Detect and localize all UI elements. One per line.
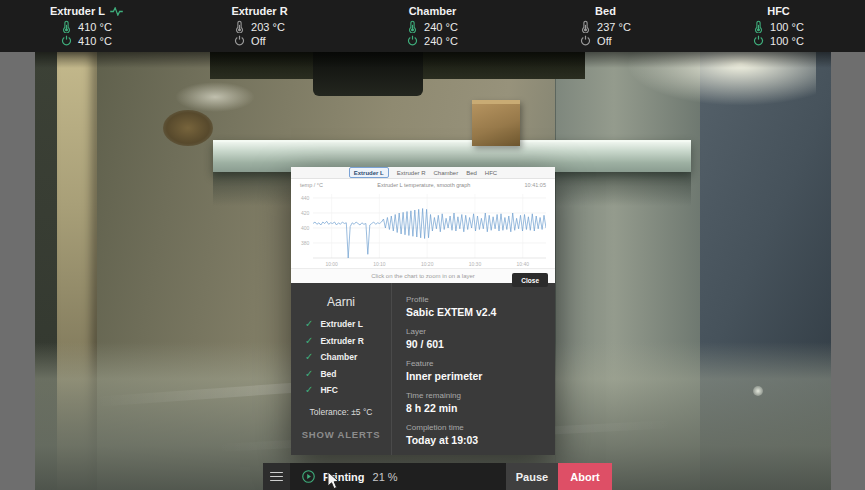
temperature-chart[interactable]: temp / °C Extruder L temperature, smooth… [291,179,555,268]
thermometer-icon [580,20,591,33]
svg-text:400: 400 [301,225,310,231]
tab-hfc[interactable]: HFC [485,170,497,176]
checklist-item: ✓Extruder R [305,336,377,346]
target-temp: 240 °C [424,35,458,47]
job-field-completion-time: Completion time Today at 19:03 [406,423,555,446]
svg-text:440: 440 [301,195,310,201]
svg-text:10:00: 10:00 [325,261,338,267]
status-group-title: HFC [767,5,790,17]
chart-timestamp: 10:41:05 [525,182,546,188]
camera-top-shade [35,52,831,68]
target-temp: Off [251,35,265,47]
chart-plot[interactable]: 44042040038010:0010:1010:2010:3010:40 [300,190,546,268]
thermometer-icon [753,20,764,33]
current-temp: 410 °C [78,21,112,33]
chart-title: Extruder L temperature, smooth graph [377,182,470,188]
current-temp: 100 °C [770,21,804,33]
chart-footer: Click on the chart to zoom in on a layer… [291,268,555,283]
show-alerts-button[interactable]: SHOW ALERTS [302,429,381,440]
tab-extruder-l[interactable]: Extruder L [349,167,389,178]
current-temp: 240 °C [424,21,458,33]
camera-reflection-spot [753,386,763,396]
tab-chamber[interactable]: Chamber [433,170,458,176]
target-temp: 100 °C [770,35,804,47]
job-field-profile: Profile Sabic EXTEM v2.4 [406,295,555,318]
svg-text:420: 420 [301,210,310,216]
status-group-extruder-r: Extruder R 203 °C Off [173,0,346,52]
target-temp: Off [597,35,611,47]
svg-text:10:40: 10:40 [516,261,529,267]
power-icon [61,34,72,47]
status-group-title: Extruder R [231,5,287,17]
print-status-panel: Extruder L Extruder R Chamber Bed HFC te… [291,167,555,455]
power-icon [753,34,764,47]
check-icon: ✓ [305,385,313,395]
check-icon: ✓ [305,336,313,346]
svg-text:10:10: 10:10 [373,261,386,267]
play-circle-icon [302,470,315,483]
status-group-hfc: HFC 100 °C 100 °C [692,0,865,52]
svg-text:380: 380 [301,240,310,246]
job-info-section: Aarni ✓Extruder L ✓Extruder R ✓Chamber ✓… [291,283,555,455]
power-icon [407,34,418,47]
chart-tab-bar: Extruder L Extruder R Chamber Bed HFC [291,167,555,179]
menu-button[interactable] [263,463,290,490]
print-progress: 21 % [373,471,398,483]
activity-pulse-icon [110,7,123,16]
chart-y-axis-label: temp / °C [300,182,323,188]
current-temp: 237 °C [597,21,631,33]
abort-button[interactable]: Abort [558,463,612,490]
checklist-item: ✓Bed [305,369,377,379]
check-icon: ✓ [305,319,313,329]
power-icon [234,34,245,47]
current-temp: 203 °C [251,21,285,33]
svg-text:10:30: 10:30 [469,261,482,267]
close-button[interactable]: Close [512,273,548,287]
job-field-layer: Layer 90 / 601 [406,327,555,350]
temperature-status-bar: Extruder L 410 °C 410 °C Extruder R 203 … [0,0,865,52]
tab-extruder-r[interactable]: Extruder R [397,170,426,176]
thermometer-icon [234,20,245,33]
camera-chamber-light [175,82,255,112]
thermometer-icon [61,20,72,33]
tolerance-note: Tolerance: ±5 °C [310,407,373,417]
printer-monitor-screen: Extruder L 410 °C 410 °C Extruder R 203 … [0,0,865,490]
target-temp: 410 °C [78,35,112,47]
mouse-cursor [327,471,340,490]
power-icon [580,34,591,47]
checklist-item: ✓HFC [305,385,377,395]
status-group-title: Bed [595,5,616,17]
camera-purge-material [163,110,213,146]
readiness-checklist: Aarni ✓Extruder L ✓Extruder R ✓Chamber ✓… [291,283,392,455]
check-icon: ✓ [305,352,313,362]
svg-text:10:20: 10:20 [421,261,434,267]
printer-name: Aarni [327,295,355,309]
job-field-feature: Feature Inner perimeter [406,359,555,382]
tab-bed[interactable]: Bed [466,170,477,176]
status-group-title: Chamber [409,5,457,17]
pause-button[interactable]: Pause [506,463,558,490]
thermometer-icon [407,20,418,33]
status-group-title: Extruder L [50,5,105,17]
status-group-bed: Bed 237 °C Off [519,0,692,52]
status-group-chamber: Chamber 240 °C 240 °C [346,0,519,52]
checklist-item: ✓Extruder L [305,319,377,329]
status-group-extruder-l: Extruder L 410 °C 410 °C [0,0,173,52]
job-details: Profile Sabic EXTEM v2.4 Layer 90 / 601 … [392,283,555,455]
print-control-bar: Printing 21 % Pause Abort [263,463,612,490]
print-status-strip: Printing 21 % [290,463,506,490]
checklist-item: ✓Chamber [305,352,377,362]
job-field-time-remaining: Time remaining 8 h 22 min [406,391,555,414]
camera-printed-part [472,100,520,146]
check-icon: ✓ [305,369,313,379]
